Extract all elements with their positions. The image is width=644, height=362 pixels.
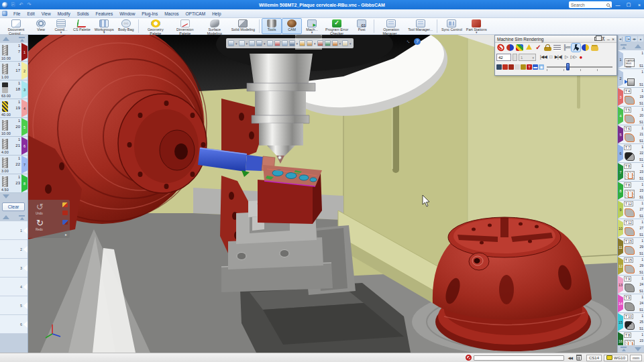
- tool-color-tab[interactable]: 1: [21, 43, 28, 61]
- operation-color-tab[interactable]: 12: [618, 257, 623, 275]
- mini-tool-icon-3[interactable]: [62, 220, 68, 225]
- tool-tile[interactable]: 12010.005: [0, 118, 28, 137]
- dropdown-caret-icon[interactable]: ▾: [339, 42, 341, 46]
- dropdown-caret-icon[interactable]: ▾: [314, 42, 316, 46]
- tool-tile[interactable]: 1223.007: [0, 156, 28, 174]
- menu-features[interactable]: Features: [93, 11, 117, 16]
- operation-tile[interactable]: 1GARNIR M001 S0001S1: [618, 50, 644, 69]
- document-control-button[interactable]: Document Control...: [1, 18, 31, 34]
- redo-icon[interactable]: ↷: [26, 2, 32, 7]
- minimize-palette-icon[interactable]: –: [607, 37, 610, 42]
- operation-tile[interactable]: 13T 9124S1: [618, 276, 644, 294]
- cs-palette-button[interactable]: CS Palette: [71, 18, 93, 34]
- expand-viewport-icon[interactable]: ↔: [404, 37, 413, 46]
- fixture-alert-icon[interactable]: [525, 44, 533, 52]
- collision-stop-icon[interactable]: [496, 44, 505, 52]
- render-colormap-icon[interactable]: [515, 44, 524, 52]
- menu-macros[interactable]: Macros: [161, 11, 182, 16]
- dimension-palette-button[interactable]: Dimension Palette: [170, 18, 200, 34]
- menu-edit[interactable]: Edit: [23, 11, 38, 16]
- draw-mode-icon[interactable]: [289, 40, 295, 46]
- menu-solids[interactable]: Solids: [74, 11, 93, 16]
- tool-color-tab[interactable]: 5: [21, 118, 28, 136]
- workspace-toggle-icon[interactable]: [342, 40, 348, 46]
- go-to-start-button[interactable]: |◀◀: [539, 54, 548, 60]
- tool-color-tab[interactable]: 4: [21, 99, 28, 117]
- collapse-list-icon[interactable]: [621, 44, 627, 49]
- dropdown-caret-icon[interactable]: ▾: [350, 42, 352, 46]
- operation-tile[interactable]: 6T 7122S1: [618, 144, 644, 163]
- tool-color-tab[interactable]: 2: [21, 62, 28, 80]
- flag-view-icon[interactable]: [274, 40, 280, 46]
- frame-number-input[interactable]: [496, 54, 511, 61]
- collapse-list-icon[interactable]: [19, 215, 25, 220]
- cs-indicator[interactable]: CS14: [586, 355, 602, 361]
- operation-color-tab[interactable]: 3: [618, 88, 623, 106]
- coord-button[interactable]: Coord...▾: [51, 18, 71, 34]
- dropdown-caret-icon[interactable]: ▾: [246, 42, 248, 46]
- operation-color-tab[interactable]: 9: [618, 200, 623, 219]
- workgroup-tile[interactable]: 3: [0, 259, 28, 278]
- workgroups-button[interactable]: Workgroups▾: [93, 18, 116, 34]
- operation-tile[interactable]: 8T 8123S1: [618, 182, 644, 200]
- rewind-icon[interactable]: ◀◀: [568, 356, 572, 360]
- overlay-expand-icon[interactable]: ▸: [65, 232, 67, 237]
- op-list-icon[interactable]: [553, 44, 561, 52]
- redo-icon-large[interactable]: ↻: [36, 219, 44, 227]
- verify-check-icon[interactable]: ✓: [534, 44, 543, 52]
- material-removal-icon[interactable]: [506, 44, 515, 52]
- operation-color-tab[interactable]: 2: [618, 69, 623, 87]
- menu-window[interactable]: Window: [116, 11, 138, 16]
- show-machine-icon[interactable]: [496, 64, 502, 70]
- collapse-list-icon[interactable]: [621, 347, 627, 351]
- help-icon[interactable]: ?: [414, 38, 421, 45]
- operation-color-tab[interactable]: 5: [618, 125, 623, 143]
- rotate-view-icon[interactable]: [256, 40, 262, 46]
- show-warnings-icon[interactable]: [521, 64, 526, 70]
- menu-plugins[interactable]: Plug-Ins: [138, 11, 161, 16]
- app-menu-icon[interactable]: [2, 11, 7, 16]
- units-indicator[interactable]: mm: [630, 355, 642, 361]
- wg-indicator[interactable]: WG10: [604, 355, 628, 361]
- operation-tile[interactable]: 15T 10125S1: [618, 313, 644, 332]
- menu-help[interactable]: Help: [209, 11, 224, 16]
- speed-select[interactable]: 1▾: [519, 54, 536, 61]
- show-part-icon[interactable]: [515, 64, 520, 70]
- viewport-layout-icon[interactable]: [239, 40, 245, 46]
- minimize-button[interactable]: —: [613, 1, 623, 9]
- cs-tool-icon[interactable]: [282, 40, 288, 46]
- tools-button[interactable]: Tools: [262, 18, 282, 34]
- operation-manager-button[interactable]: Operation Manager...: [376, 18, 406, 34]
- zoom-window-icon[interactable]: [249, 40, 255, 46]
- pin-palette-icon[interactable]: [594, 37, 599, 41]
- scroll-down-icon[interactable]: [3, 194, 9, 198]
- sync-control-button[interactable]: Sync Control: [439, 18, 464, 34]
- workgroup-tile[interactable]: 1: [0, 221, 28, 240]
- scroll-up-icon[interactable]: [3, 215, 9, 219]
- surface-modeling-button[interactable]: Surface Modeling: [200, 18, 229, 34]
- tool-color-tab[interactable]: 7: [21, 156, 28, 174]
- toolpath-display-icon[interactable]: [325, 40, 331, 46]
- workgroup-tile[interactable]: 2: [0, 240, 28, 259]
- operation-color-tab[interactable]: 6: [618, 144, 623, 162]
- operation-tile[interactable]: 3T 4119S1: [618, 88, 644, 107]
- close-button[interactable]: ×: [635, 1, 644, 9]
- search-icon[interactable]: [606, 3, 610, 7]
- menu-opticam[interactable]: OPTICAM: [182, 11, 209, 16]
- tool-color-tab[interactable]: 3: [21, 80, 28, 99]
- operation-color-tab[interactable]: 1: [618, 50, 623, 68]
- dropdown-caret-icon[interactable]: ▾: [103, 31, 105, 35]
- stock-display-icon[interactable]: [317, 40, 323, 46]
- clear-button[interactable]: Clear: [2, 202, 25, 211]
- step-forward-button[interactable]: ▶|◀|: [553, 54, 564, 60]
- sync-ops-left-icon[interactable]: ◂┤: [619, 36, 625, 42]
- operation-tile[interactable]: 14T 9124S1: [618, 294, 644, 313]
- mini-tool-icon-2[interactable]: [62, 210, 68, 215]
- mach-button[interactable]: Mach...▾: [302, 18, 322, 34]
- menu-modify[interactable]: Modify: [54, 11, 74, 16]
- dropdown-caret-icon[interactable]: ▾: [311, 31, 313, 35]
- operation-tile[interactable]: 11T 15129S1: [618, 238, 644, 257]
- dropdown-caret-icon[interactable]: ▾: [235, 42, 237, 46]
- sync-ops-right-icon[interactable]: ◂▸: [631, 36, 637, 42]
- operation-tile[interactable]: 9T 12127S1: [618, 200, 644, 219]
